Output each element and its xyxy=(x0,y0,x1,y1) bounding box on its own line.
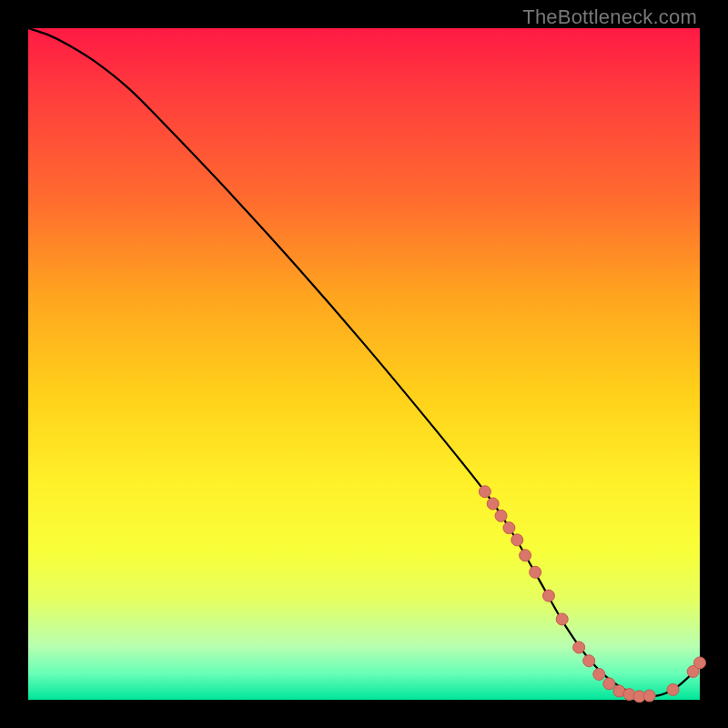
data-marker xyxy=(667,683,679,695)
data-marker xyxy=(530,566,541,578)
chart-outer: TheBottleneck.com xyxy=(0,0,728,728)
data-marker xyxy=(511,534,523,546)
chart-svg xyxy=(28,28,700,700)
bottleneck-curve xyxy=(28,28,700,696)
data-marker xyxy=(479,486,490,498)
data-marker xyxy=(603,678,615,690)
data-marker xyxy=(520,550,531,561)
data-marker xyxy=(556,613,568,625)
watermark-text: TheBottleneck.com xyxy=(522,5,697,29)
data-marker xyxy=(573,642,585,653)
data-marker xyxy=(503,522,515,534)
data-marker xyxy=(593,668,605,680)
data-marker xyxy=(487,498,499,510)
data-marker xyxy=(643,690,655,702)
data-marker xyxy=(542,590,554,602)
data-marker xyxy=(694,657,706,669)
data-markers xyxy=(479,486,705,703)
data-marker xyxy=(583,655,595,667)
data-marker xyxy=(495,510,507,521)
